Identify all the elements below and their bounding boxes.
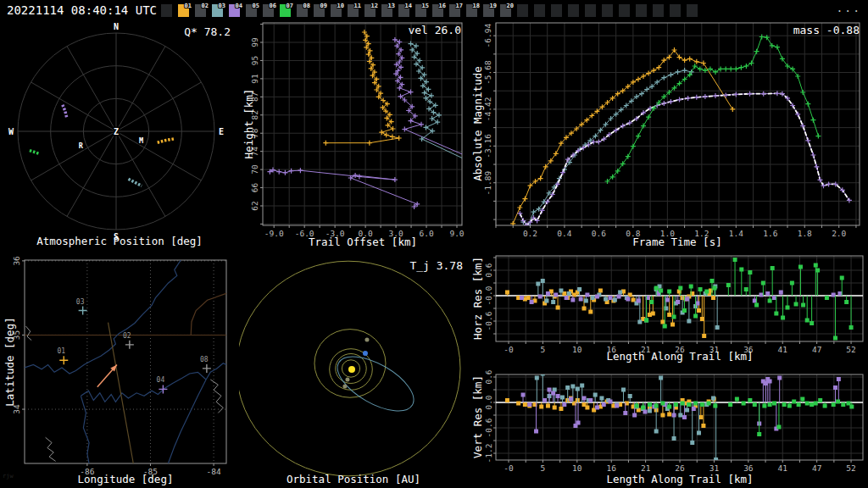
panel-height-profile: -9.0-6.0-3.00.03.06.09.06266707478828791…: [239, 20, 468, 249]
station-id-label: 05: [253, 3, 259, 9]
svg-text:10: 10: [572, 345, 582, 354]
svg-text:52: 52: [846, 463, 855, 473]
station-id-label: 09: [320, 3, 327, 9]
station-blank-indicator[interactable]: [534, 4, 545, 17]
station-18-indicator[interactable]: 18: [466, 4, 477, 17]
station-blank-indicator[interactable]: [161, 4, 172, 17]
svg-text:41: 41: [778, 345, 788, 354]
tisserand-stat: T_j 3.78: [409, 259, 463, 272]
station-12-indicator[interactable]: 12: [364, 4, 376, 17]
vert-res-plot: -051016212631364147520.60.0-0.6-1.2: [468, 363, 868, 488]
station-blank-indicator[interactable]: [517, 4, 528, 17]
svg-text:01: 01: [57, 347, 65, 355]
station-id-label: 16: [439, 3, 446, 9]
svg-text:2.0: 2.0: [832, 229, 846, 238]
station-07-indicator[interactable]: 07: [280, 4, 291, 17]
station-19-indicator[interactable]: 19: [483, 4, 494, 17]
svg-text:-1.2: -1.2: [484, 444, 493, 463]
station-blank-indicator[interactable]: [619, 4, 630, 17]
station-10-indicator[interactable]: 10: [331, 4, 342, 17]
station-08-indicator[interactable]: 08: [297, 4, 308, 17]
svg-text:-3.16: -3.16: [484, 134, 493, 158]
station-02-indicator[interactable]: 02: [195, 4, 206, 17]
svg-text:M: M: [139, 136, 143, 145]
station-blank-indicator[interactable]: [551, 4, 562, 17]
orbit-plot: [239, 249, 468, 488]
velocity-stat: vel 26.0: [408, 24, 461, 36]
svg-text:-0.0: -0.0: [484, 286, 493, 305]
station-blank-indicator[interactable]: [585, 4, 596, 17]
svg-text:47: 47: [812, 345, 821, 354]
station-05-indicator[interactable]: 05: [246, 4, 257, 17]
svg-text:02: 02: [123, 332, 131, 340]
frame-time-xlabel: Frame Time [s]: [632, 236, 721, 248]
svg-text:5: 5: [541, 463, 546, 473]
svg-text:0.4: 0.4: [557, 229, 571, 238]
app-window: 20221114 08:40:14 UTC 010203040506070809…: [0, 0, 868, 488]
station-17-indicator[interactable]: 17: [449, 4, 460, 17]
station-id-label: 04: [236, 3, 242, 9]
svg-text:5: 5: [541, 345, 546, 354]
svg-text:1.6: 1.6: [763, 229, 777, 238]
station-id-label: 07: [287, 3, 293, 9]
station-id-label: 13: [388, 3, 395, 9]
latitude-ylabel: Latitude [deg]: [3, 317, 16, 406]
station-11-indicator[interactable]: 11: [348, 4, 359, 17]
svg-text:9.0: 9.0: [449, 229, 464, 238]
station-blank-indicator[interactable]: [653, 4, 664, 17]
svg-text:-84: -84: [206, 467, 220, 476]
status-bar: 20221114 08:40:14 UTC 010203040506070809…: [0, 0, 868, 20]
svg-text:70: 70: [251, 164, 260, 175]
station-blank-indicator[interactable]: [670, 4, 681, 17]
overflow-menu[interactable]: ...: [837, 2, 861, 14]
station-id-label: 06: [270, 3, 276, 9]
station-blank-indicator[interactable]: [687, 4, 698, 17]
svg-text:47: 47: [812, 463, 821, 473]
station-01-indicator[interactable]: 01: [178, 4, 189, 17]
station-id-label: 10: [337, 3, 344, 9]
svg-text:6.0: 6.0: [419, 229, 433, 238]
svg-text:16: 16: [607, 463, 617, 473]
station-16-indicator[interactable]: 16: [432, 4, 443, 17]
horz-res-plot: -051016212631364147520.6-0.0-0.6: [468, 249, 868, 363]
svg-text:-0.6: -0.6: [484, 418, 493, 437]
svg-text:0.6: 0.6: [484, 263, 493, 277]
station-id-label: 01: [185, 3, 192, 9]
height-profile-plot: -9.0-6.0-3.00.03.06.09.06266707478828791…: [239, 20, 468, 249]
station-06-indicator[interactable]: 06: [263, 4, 274, 17]
svg-text:Z: Z: [114, 127, 119, 136]
svg-text:66: 66: [251, 183, 260, 193]
station-id-label: 11: [354, 3, 361, 9]
station-blank-indicator[interactable]: [568, 4, 579, 17]
svg-text:R: R: [79, 141, 84, 150]
q-value-stat: Q* 78.2: [184, 25, 231, 38]
svg-text:1.4: 1.4: [729, 229, 743, 238]
svg-text:-0: -0: [504, 463, 514, 473]
svg-text:26: 26: [675, 463, 685, 473]
height-ylabel: Height [km]: [242, 89, 255, 159]
svg-text:W: W: [8, 127, 14, 136]
station-09-indicator[interactable]: 09: [314, 4, 325, 17]
station-14-indicator[interactable]: 14: [398, 4, 409, 17]
svg-text:62: 62: [251, 201, 260, 210]
svg-text:-1.89: -1.89: [484, 170, 493, 195]
svg-text:10: 10: [572, 463, 582, 473]
svg-text:21: 21: [641, 463, 651, 473]
panel-vert-res: -051016212631364147520.60.0-0.6-1.2 Vert…: [468, 363, 868, 488]
station-20-indicator[interactable]: 20: [500, 4, 511, 17]
station-id-label: 03: [219, 3, 225, 9]
station-blank-indicator[interactable]: [636, 4, 647, 17]
station-blank-indicator[interactable]: [602, 4, 613, 17]
station-15-indicator[interactable]: 15: [415, 4, 426, 17]
svg-text:52: 52: [846, 345, 855, 354]
svg-text:E: E: [219, 127, 224, 136]
svg-text:-4.42: -4.42: [484, 97, 493, 122]
orbital-position-xlabel: Orbital Position [AU]: [287, 473, 420, 485]
station-03-indicator[interactable]: 03: [212, 4, 223, 17]
svg-text:31: 31: [709, 463, 720, 473]
panel-horz-res: -051016212631364147520.6-0.0-0.6 Horz Re…: [468, 249, 868, 363]
station-13-indicator[interactable]: 13: [381, 4, 392, 17]
station-04-indicator[interactable]: 04: [229, 4, 240, 17]
svg-text:03: 03: [76, 298, 85, 306]
atmospheric-position-plot: NESWZRM: [0, 20, 239, 249]
